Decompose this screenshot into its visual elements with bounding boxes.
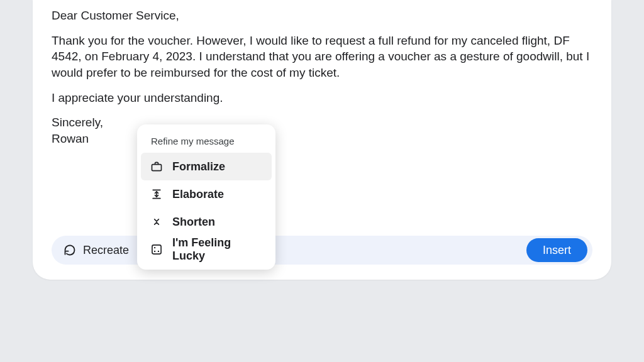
compress-vertical-icon <box>150 215 164 229</box>
svg-point-7 <box>154 251 155 252</box>
appreciation-line: I appreciate your understanding. <box>52 90 592 106</box>
menu-item-formalize[interactable]: Formalize <box>141 153 272 180</box>
menu-item-label: Formalize <box>172 160 225 173</box>
expand-vertical-icon <box>150 187 164 201</box>
briefcase-icon <box>150 160 164 173</box>
menu-item-feeling-lucky[interactable]: I'm Feeling Lucky <box>141 236 272 263</box>
refine-popover: Refine my message Formalize Elaborate <box>137 124 275 270</box>
greeting-line: Dear Customer Service, <box>52 8 592 24</box>
insert-button[interactable]: Insert <box>526 238 587 262</box>
menu-item-label: Shorten <box>172 216 215 229</box>
menu-item-shorten[interactable]: Shorten <box>141 208 272 236</box>
svg-rect-0 <box>152 165 162 171</box>
svg-point-6 <box>158 251 159 252</box>
svg-rect-4 <box>152 245 161 254</box>
closing-line: Sincerely, <box>52 114 592 131</box>
recreate-button[interactable]: Recreate <box>63 243 129 257</box>
signature-line: Rowan <box>52 131 592 147</box>
recreate-label: Recreate <box>83 244 129 257</box>
svg-point-5 <box>154 247 155 248</box>
insert-label: Insert <box>543 244 571 257</box>
action-bar: Recreate Insert <box>52 236 592 265</box>
refresh-icon <box>63 243 77 257</box>
compose-card: Dear Customer Service, Thank you for the… <box>33 0 611 280</box>
menu-item-label: Elaborate <box>172 188 224 201</box>
menu-item-label: I'm Feeling Lucky <box>172 236 263 263</box>
dice-icon <box>150 243 164 256</box>
draft-message: Dear Customer Service, Thank you for the… <box>52 8 592 146</box>
popover-title: Refine my message <box>141 136 272 153</box>
body-paragraph: Thank you for the voucher. However, I wo… <box>52 33 592 81</box>
menu-item-elaborate[interactable]: Elaborate <box>141 180 272 208</box>
